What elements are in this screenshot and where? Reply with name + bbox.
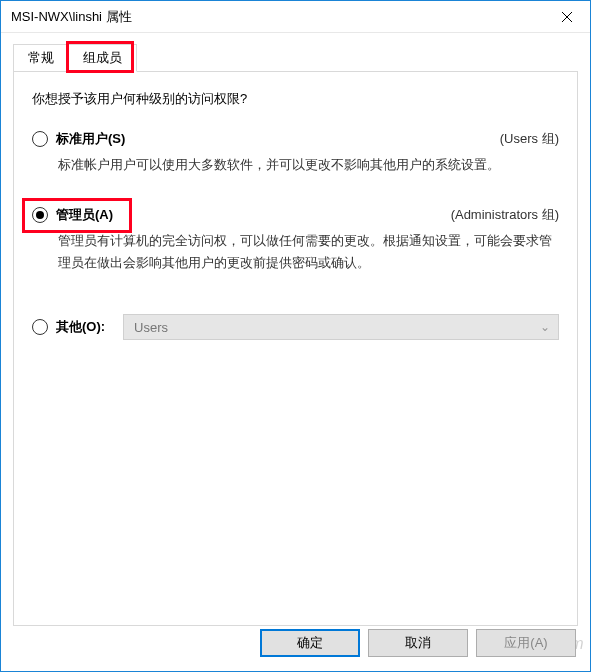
standard-group: (Users 组) xyxy=(500,130,559,148)
radio-admin[interactable] xyxy=(32,207,48,223)
ok-button[interactable]: 确定 xyxy=(260,629,360,657)
dialog-footer: 确定 取消 应用(A) xyxy=(260,629,576,657)
content-area: 常规 组成员 你想授予该用户何种级别的访问权限? 标准用户(S) (Users … xyxy=(1,33,590,626)
chevron-down-icon: ⌄ xyxy=(540,320,550,334)
apply-button[interactable]: 应用(A) xyxy=(476,629,576,657)
question-text: 你想授予该用户何种级别的访问权限? xyxy=(32,90,559,108)
tab-members[interactable]: 组成员 xyxy=(68,44,137,72)
tab-general[interactable]: 常规 xyxy=(13,44,69,71)
option-other: 其他(O): Users ⌄ xyxy=(32,314,559,340)
option-admin: 管理员(A) (Administrators 组) 管理员有计算机的完全访问权，… xyxy=(32,206,559,274)
cancel-button[interactable]: 取消 xyxy=(368,629,468,657)
tab-panel: 你想授予该用户何种级别的访问权限? 标准用户(S) (Users 组) 标准帐户… xyxy=(13,71,578,626)
other-label: 其他(O): xyxy=(56,318,105,336)
close-button[interactable] xyxy=(544,1,590,33)
window-title: MSI-NWX\linshi 属性 xyxy=(11,8,544,26)
radio-other[interactable] xyxy=(32,319,48,335)
radio-standard[interactable] xyxy=(32,131,48,147)
admin-desc: 管理员有计算机的完全访问权，可以做任何需要的更改。根据通知设置，可能会要求管理员… xyxy=(58,230,559,274)
admin-group: (Administrators 组) xyxy=(451,206,559,224)
standard-desc: 标准帐户用户可以使用大多数软件，并可以更改不影响其他用户的系统设置。 xyxy=(58,154,559,176)
combobox-value: Users xyxy=(134,320,168,335)
titlebar: MSI-NWX\linshi 属性 xyxy=(1,1,590,33)
standard-label: 标准用户(S) xyxy=(56,130,125,148)
admin-label: 管理员(A) xyxy=(56,206,113,224)
tab-row: 常规 组成员 xyxy=(13,45,578,71)
other-combobox[interactable]: Users ⌄ xyxy=(123,314,559,340)
option-standard: 标准用户(S) (Users 组) 标准帐户用户可以使用大多数软件，并可以更改不… xyxy=(32,130,559,176)
close-icon xyxy=(562,12,572,22)
